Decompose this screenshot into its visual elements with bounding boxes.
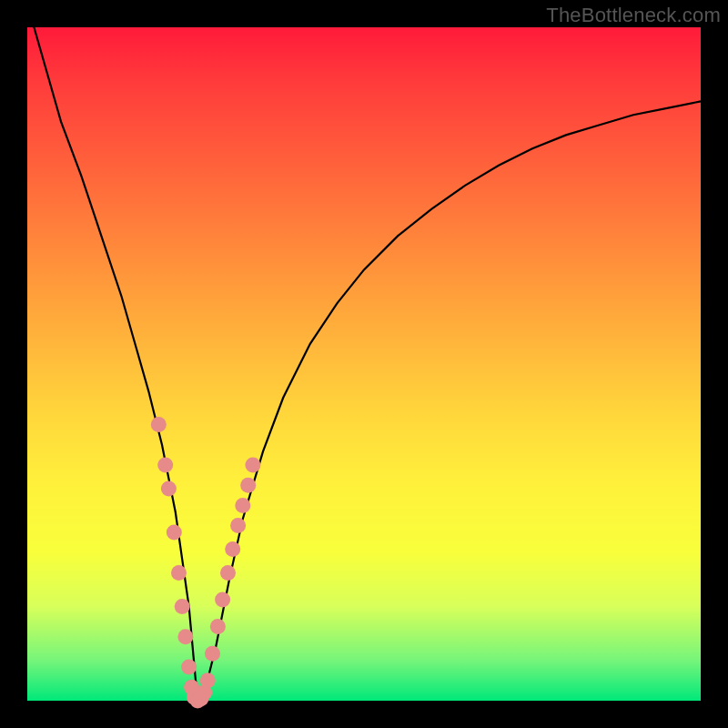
marker-dot (200, 672, 216, 688)
chart-svg (27, 27, 701, 701)
marker-dot (175, 599, 190, 614)
marker-dot (230, 518, 246, 533)
marker-dot (161, 480, 177, 496)
plot-area (27, 27, 701, 701)
marker-dot (245, 458, 260, 473)
marker-dot (157, 458, 173, 473)
marker-dot (240, 478, 256, 493)
chart-frame: TheBottleneck.com (0, 0, 728, 728)
marker-dot (151, 417, 167, 432)
marker-dot (215, 592, 230, 608)
marker-dot (225, 541, 240, 557)
marker-dot (167, 525, 182, 541)
marker-dot (220, 565, 236, 581)
marker-dot (181, 660, 197, 675)
watermark-text: TheBottleneck.com (546, 4, 721, 27)
marker-dot (177, 629, 193, 644)
bottleneck-curve (34, 27, 701, 701)
marker-dot (205, 646, 220, 662)
marker-dots (151, 417, 261, 708)
marker-dot (210, 619, 226, 634)
marker-dot (171, 565, 187, 581)
marker-dot (235, 498, 250, 513)
